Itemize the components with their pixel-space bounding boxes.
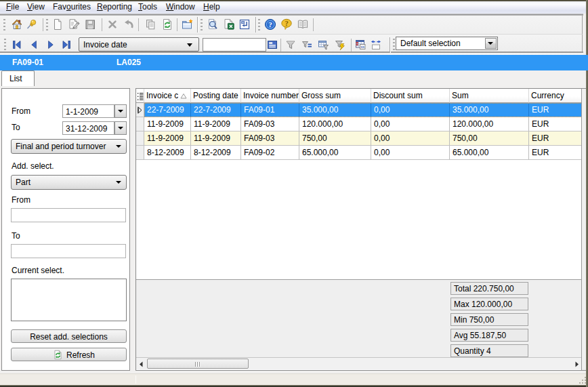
svg-text:ss: ss	[360, 45, 364, 49]
svg-text:?: ?	[285, 20, 288, 27]
svg-text:?: ?	[268, 20, 272, 28]
